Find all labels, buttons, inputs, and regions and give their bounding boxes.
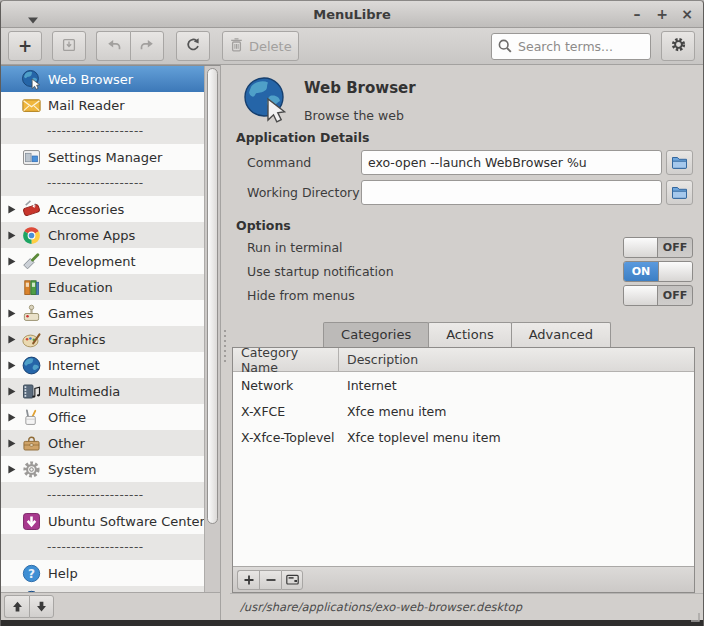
settings-gear-icon (670, 36, 687, 56)
column-header-category-name[interactable]: Category Name (233, 348, 339, 371)
education-icon (21, 277, 42, 298)
sidebar-item-label: Chrome Apps (48, 228, 135, 243)
table-row[interactable]: NetworkInternet (233, 372, 694, 398)
move-down-button[interactable] (29, 595, 54, 618)
option-row: Hide from menusOFF (230, 283, 703, 307)
window-menu-icon[interactable] (27, 10, 39, 20)
sidebar-scrollbar[interactable] (204, 66, 220, 592)
expander-triangle-icon[interactable] (6, 358, 21, 372)
category-name-cell: X-Xfce-Toplevel (233, 424, 339, 450)
switch-handle[interactable] (624, 238, 658, 257)
tab-actions[interactable]: Actions (428, 322, 512, 347)
redo-button[interactable] (130, 31, 164, 61)
option-label: Run in terminal (247, 240, 623, 255)
folder-icon (671, 155, 688, 170)
delete-button[interactable]: Delete (222, 31, 299, 61)
delete-button-label: Delete (249, 39, 292, 54)
web-browser-app-icon (242, 75, 290, 123)
sidebar-item-games[interactable]: Games (1, 300, 204, 326)
add-button[interactable]: + (8, 31, 42, 61)
clear-categories-button[interactable] (281, 570, 303, 590)
menulibre-window: MenuLibre – + × + (0, 0, 704, 626)
toggle-switch-off[interactable]: OFF (623, 285, 693, 306)
sidebar-item-education[interactable]: Education (1, 274, 204, 300)
expander-triangle-icon[interactable] (6, 436, 21, 450)
save-button[interactable] (52, 31, 86, 61)
sidebar-item-development[interactable]: Development (1, 248, 204, 274)
accessories-icon (21, 199, 42, 220)
main-toolbar: + (1, 28, 703, 65)
expander-triangle-icon[interactable] (6, 254, 21, 268)
table-toolbar (233, 566, 694, 592)
move-up-button[interactable] (4, 595, 29, 618)
sidebar-item-other[interactable]: Other (1, 430, 204, 456)
expander-triangle-icon[interactable] (6, 228, 21, 242)
table-row[interactable]: X-XFCEXfce menu item (233, 398, 694, 424)
tab-categories[interactable]: Categories (323, 322, 429, 347)
scrollbar-handle[interactable] (207, 68, 218, 524)
search-input[interactable] (491, 33, 651, 60)
sidebar-separator[interactable]: -------------------- (1, 482, 204, 508)
pane-splitter[interactable] (221, 65, 230, 620)
mail-reader-icon (21, 95, 42, 116)
close-button[interactable]: × (679, 6, 695, 22)
separator-dashes: -------------------- (6, 540, 144, 554)
arrow-down-icon (35, 600, 48, 613)
tab-advanced[interactable]: Advanced (511, 322, 611, 347)
resize-grip[interactable] (690, 607, 700, 617)
remove-category-button[interactable] (259, 570, 281, 590)
undo-button[interactable] (96, 31, 130, 61)
sidebar-item-mail-reader[interactable]: Mail Reader (1, 92, 204, 118)
sidebar-item-internet[interactable]: Internet (1, 352, 204, 378)
minimize-button[interactable]: – (629, 6, 645, 22)
table-row[interactable]: X-Xfce-ToplevelXfce toplevel menu item (233, 424, 694, 450)
toggle-switch-off[interactable]: OFF (623, 237, 693, 258)
expander-triangle-icon[interactable] (6, 332, 21, 346)
sidebar-separator[interactable]: -------------------- (1, 170, 204, 196)
expander-triangle-icon[interactable] (6, 306, 21, 320)
sidebar-item-accessories[interactable]: Accessories (1, 196, 204, 222)
refresh-button[interactable] (176, 31, 210, 61)
separator-dashes: -------------------- (6, 124, 144, 138)
settings-button[interactable] (661, 31, 695, 61)
sidebar-item-label: Games (48, 306, 93, 321)
sidebar-separator[interactable]: -------------------- (1, 534, 204, 560)
minus-icon (265, 574, 277, 586)
table-empty-area (233, 450, 694, 566)
working-directory-browse-button[interactable] (666, 180, 693, 205)
expander-triangle-icon[interactable] (6, 384, 21, 398)
sidebar-separator[interactable]: -------------------- (1, 118, 204, 144)
column-header-description[interactable]: Description (339, 348, 694, 371)
switch-state-label: OFF (658, 238, 692, 257)
toggle-switch-on[interactable]: ON (623, 261, 693, 282)
edit-clear-icon (285, 573, 300, 586)
sidebar-item-label: System (48, 462, 96, 477)
sidebar-item-label: Multimedia (48, 384, 120, 399)
expander-triangle-icon[interactable] (6, 462, 21, 476)
sidebar-item-web-browser[interactable]: Web Browser (1, 66, 204, 92)
maximize-button[interactable]: + (654, 6, 670, 22)
switch-handle[interactable] (624, 286, 658, 305)
sidebar-item-ubuntu-software-center[interactable]: Ubuntu Software Center (1, 508, 204, 534)
expander-triangle-icon[interactable] (6, 410, 21, 424)
add-category-button[interactable] (237, 570, 259, 590)
switch-handle[interactable] (658, 262, 692, 281)
sidebar-item-office[interactable]: Office (1, 404, 204, 430)
sidebar-item-system[interactable]: System (1, 456, 204, 482)
sidebar-item-multimedia[interactable]: Multimedia (1, 378, 204, 404)
expander-triangle-icon[interactable] (6, 202, 21, 216)
games-icon (21, 303, 42, 324)
refresh-icon (185, 37, 201, 56)
settings-manager-icon (21, 147, 42, 168)
sidebar-item-help[interactable]: ?Help (1, 560, 204, 586)
separator-dashes: -------------------- (6, 488, 144, 502)
titlebar[interactable]: MenuLibre – + × (1, 1, 703, 28)
command-input[interactable] (361, 150, 662, 175)
command-browse-button[interactable] (666, 150, 693, 175)
working-directory-input[interactable] (361, 180, 662, 205)
description-cell: Xfce menu item (339, 398, 694, 424)
sidebar-item-settings-manager[interactable]: Settings Manager (1, 144, 204, 170)
sidebar-item-graphics[interactable]: Graphics (1, 326, 204, 352)
sidebar-item-chrome-apps[interactable]: Chrome Apps (1, 222, 204, 248)
search-magnifier-icon (497, 38, 513, 54)
